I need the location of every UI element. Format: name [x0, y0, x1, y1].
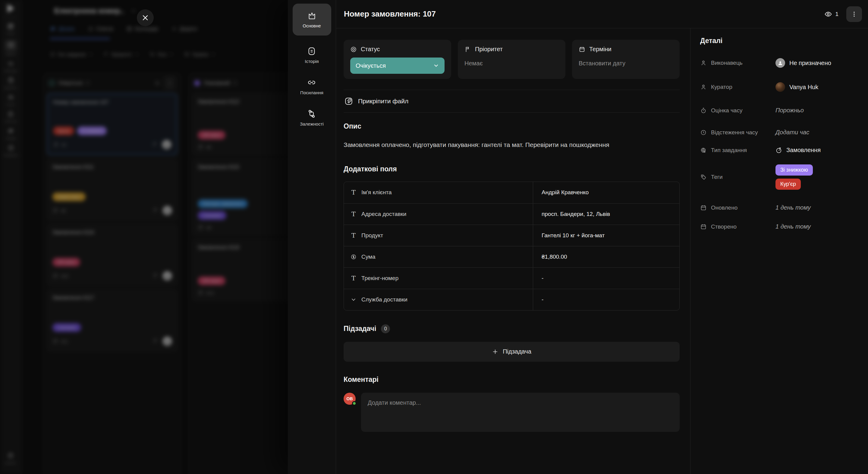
chevron-down-icon	[433, 63, 439, 69]
description-heading: Опис	[344, 122, 680, 130]
online-status-dot	[352, 401, 356, 406]
subtasks-count-badge: 0	[381, 324, 390, 333]
text-field-icon: T	[350, 232, 356, 239]
tags-row[interactable]: Теги Зі знижкою Кур'єр	[700, 164, 858, 190]
task-type-row[interactable]: Тип завдання Замовлення	[700, 147, 858, 154]
created-value: 1 день тому	[775, 223, 811, 230]
tag-discount[interactable]: Зі знижкою	[775, 164, 813, 176]
calendar-icon	[579, 46, 585, 53]
table-row: TАдреса доставки просп. Бандери, 12, Льв…	[344, 203, 679, 225]
attach-icon	[344, 97, 353, 106]
field-value-cell[interactable]: Андрій Кравченко	[533, 182, 679, 203]
time-estimate-row[interactable]: Оцінка часу Порожньо	[700, 107, 858, 114]
calendar-icon	[700, 204, 707, 211]
table-row: Сума ₴1,800.00	[344, 246, 679, 267]
field-label-cell: TАдреса доставки	[344, 204, 533, 225]
tag-icon	[700, 174, 707, 180]
curator-row[interactable]: Куратор Vanya Huk	[700, 82, 858, 92]
status-card: Статус Очікується	[344, 40, 451, 79]
table-row: TТрекінг-номер -	[344, 267, 679, 289]
updated-row: Оновлено 1 день тому	[700, 204, 858, 211]
close-icon	[142, 14, 149, 22]
status-value: Очікується	[355, 62, 386, 69]
table-row: Служба доставки -	[344, 289, 679, 310]
plus-icon	[492, 348, 498, 355]
text-field-icon: T	[350, 189, 356, 196]
kebab-icon	[851, 11, 858, 18]
field-value-cell[interactable]: ₴1,800.00	[533, 246, 679, 267]
updated-value: 1 день тому	[775, 204, 811, 211]
priority-card[interactable]: Пріоритет Немає	[458, 40, 565, 79]
unassigned-avatar	[775, 58, 785, 68]
text-field-icon: T	[350, 210, 356, 218]
curator-value: Vanya Huk	[789, 84, 818, 91]
attach-file-button[interactable]: Прикріпити файл	[344, 90, 680, 113]
clock-icon	[700, 129, 707, 136]
link-icon	[307, 78, 316, 87]
modal-menu-button[interactable]	[846, 6, 862, 22]
custom-fields-table: TІм'я клієнта Андрій Кравченко TАдреса д…	[344, 181, 680, 310]
person-icon	[700, 84, 707, 90]
crown-icon	[307, 11, 317, 21]
nav-label: Основне	[303, 23, 321, 28]
curator-avatar	[775, 82, 785, 92]
text-field-icon: T	[350, 275, 356, 282]
modal-nav: Основне Історія Посилання Залежності	[288, 0, 336, 474]
nav-label: Залежності	[300, 121, 324, 127]
field-value-cell[interactable]: просп. Бандери, 12, Львів	[533, 204, 679, 225]
tag-courier[interactable]: Кур'єр	[775, 178, 801, 190]
nav-history[interactable]: Історія	[305, 46, 319, 64]
detail-label: Куратор	[711, 84, 733, 90]
field-value-cell[interactable]: -	[533, 289, 679, 310]
select-field-icon	[350, 297, 356, 303]
details-panel: Деталі Виконавець Не призначено	[690, 28, 868, 474]
details-heading: Деталі	[700, 37, 858, 45]
field-label-cell: Сума	[344, 246, 533, 267]
status-icon	[350, 46, 357, 53]
status-select[interactable]: Очікується	[350, 58, 444, 74]
modal-title: Номер замовлення: 107	[344, 9, 436, 19]
tracking-value[interactable]: Додати час	[775, 129, 809, 136]
modal-topbar: Номер замовлення: 107 1	[336, 0, 868, 28]
history-icon	[307, 46, 316, 56]
subtasks-heading: Підзадачі	[344, 325, 376, 333]
watchers[interactable]: 1	[824, 10, 838, 18]
detail-label: Теги	[711, 174, 723, 180]
watchers-count: 1	[835, 11, 838, 18]
created-row: Створено 1 день тому	[700, 223, 858, 230]
dependencies-icon	[307, 109, 316, 118]
assignee-row[interactable]: Виконавець Не призначено	[700, 58, 858, 68]
comment-input[interactable]	[361, 393, 680, 432]
description-text[interactable]: Замовлення оплачено, підготувати пакуван…	[344, 139, 672, 151]
time-tracking-row[interactable]: Відстеження часу Додати час	[700, 129, 858, 136]
field-label-cell: Служба доставки	[344, 289, 533, 310]
task-modal: Основне Історія Посилання Залежності Ном…	[288, 0, 868, 474]
detail-label: Виконавець	[711, 60, 743, 66]
add-subtask-button[interactable]: Підзадача	[344, 342, 680, 362]
stopwatch-icon	[700, 107, 707, 114]
table-row: TІм'я клієнта Андрій Кравченко	[344, 182, 679, 203]
calendar-icon	[700, 224, 707, 230]
nav-links[interactable]: Посилання	[300, 78, 323, 95]
field-value-cell[interactable]: Гантелі 10 кг + йога-мат	[533, 225, 679, 246]
terms-label: Терміни	[589, 46, 612, 53]
task-type-value: Замовлення	[786, 147, 821, 154]
nav-dependencies[interactable]: Залежності	[300, 109, 324, 127]
attach-label: Прикріпити файл	[358, 98, 408, 105]
estimate-value: Порожньо	[775, 107, 804, 114]
modal-content: Статус Очікується Пріоритет	[336, 28, 690, 474]
terms-value: Встановити дату	[579, 60, 673, 67]
field-value-cell[interactable]: -	[533, 268, 679, 289]
terms-card[interactable]: Терміни Встановити дату	[572, 40, 680, 79]
close-modal-button[interactable]	[137, 9, 154, 26]
detail-label: Тип завдання	[711, 147, 747, 154]
field-label-cell: TПродукт	[344, 225, 533, 246]
screen: Панель Завдання Вайтборди Документи Кліє…	[0, 0, 868, 474]
current-user-avatar: ОВ	[344, 393, 355, 405]
nav-label: Посилання	[300, 90, 323, 95]
field-label-cell: TІм'я клієнта	[344, 182, 533, 203]
nav-main[interactable]: Основне	[293, 4, 331, 36]
nav-label: Історія	[305, 59, 319, 64]
priority-label: Пріоритет	[475, 46, 503, 53]
order-type-icon	[775, 147, 782, 154]
